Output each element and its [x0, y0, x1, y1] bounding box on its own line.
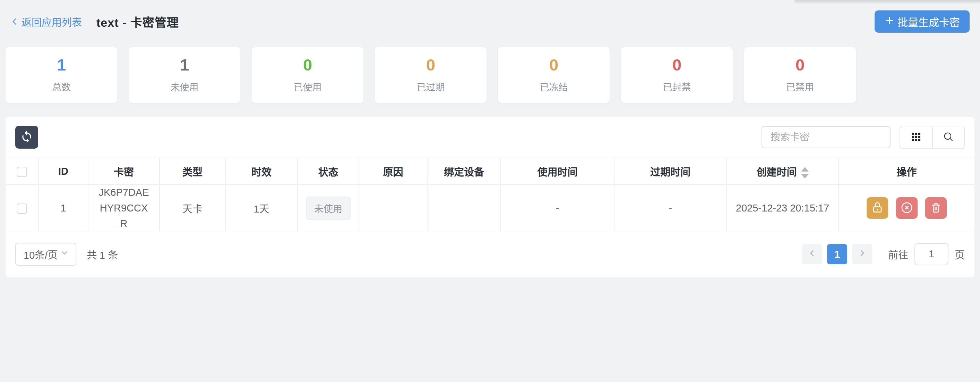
cell-id: 1: [38, 184, 88, 232]
header-actions: 操作: [838, 158, 974, 184]
stat-label: 已禁用: [786, 80, 814, 93]
page-title: text - 卡密管理: [96, 13, 179, 30]
batch-generate-label: 批量生成卡密: [897, 14, 960, 29]
stat-label: 总数: [52, 80, 71, 93]
horizontal-scrollbar[interactable]: [794, 0, 980, 3]
page-number-button[interactable]: 1: [827, 244, 847, 264]
trash-icon: [930, 201, 942, 215]
stat-card-unused: 1 未使用: [129, 47, 240, 103]
stat-value: 1: [57, 57, 66, 73]
back-to-app-list-link[interactable]: 返回应用列表: [10, 14, 82, 29]
table-toolbar: [6, 117, 974, 158]
next-page-button[interactable]: [852, 244, 872, 264]
circle-x-icon: [900, 201, 914, 216]
header-select-all: [6, 158, 38, 184]
total-count-label: 共 1 条: [87, 247, 118, 262]
search-input[interactable]: [762, 126, 891, 148]
stat-value: 0: [549, 57, 558, 73]
page-size-select[interactable]: 10条/页: [15, 243, 76, 266]
back-link-label: 返回应用列表: [22, 14, 82, 29]
header-duration: 时效: [225, 158, 298, 184]
view-toggle-group: [900, 126, 965, 149]
stat-value: 0: [303, 57, 312, 73]
pager: 1 前往 页: [802, 243, 965, 265]
refresh-button[interactable]: [15, 126, 38, 149]
header-card-key: 卡密: [88, 158, 159, 184]
stat-value: 0: [795, 57, 805, 73]
chevron-left-icon: [808, 248, 817, 260]
stat-label: 已过期: [417, 80, 445, 93]
cell-expire-time: -: [614, 184, 727, 232]
invalidate-button[interactable]: [896, 197, 918, 219]
row-checkbox[interactable]: [17, 203, 27, 214]
stat-label: 已使用: [294, 80, 322, 93]
stat-card-frozen: 0 已冻结: [498, 47, 609, 103]
cell-reason: [359, 184, 427, 232]
goto-page: 前往 页: [888, 243, 965, 265]
batch-generate-button[interactable]: 批量生成卡密: [875, 10, 970, 33]
goto-unit-label: 页: [955, 247, 965, 262]
stat-label: 未使用: [170, 80, 199, 93]
stat-value: 0: [672, 57, 681, 73]
sort-carets-icon[interactable]: [801, 167, 809, 179]
lock-icon: [871, 201, 884, 215]
header-reason: 原因: [359, 158, 427, 184]
search-icon: [943, 131, 955, 144]
toolbar-right: [762, 126, 965, 149]
chevron-down-icon: [60, 248, 69, 260]
chevron-right-icon: [858, 248, 867, 260]
cell-card-key: JK6P7DAEHYR9CCXR: [88, 184, 159, 232]
cell-duration: 1天: [225, 184, 298, 232]
delete-button[interactable]: [925, 197, 947, 219]
cell-device: [427, 184, 501, 232]
status-badge: 未使用: [306, 197, 351, 220]
table-row: 1 JK6P7DAEHYR9CCXR 天卡 1天 未使用 - - 2025-12…: [6, 184, 974, 232]
card-key-panel: ID 卡密 类型 时效 状态 原因 绑定设备 使用时间 过期时间 创建时间 操作…: [6, 117, 974, 278]
header-id: ID: [38, 158, 88, 184]
stat-card-expired: 0 已过期: [375, 47, 487, 103]
stat-value: 0: [426, 57, 435, 73]
topbar: 返回应用列表 text - 卡密管理 批量生成卡密: [0, 0, 980, 34]
page-size-value: 10条/页: [24, 247, 57, 262]
header-status: 状态: [298, 158, 359, 184]
stat-card-disabled: 0 已禁用: [744, 47, 856, 103]
cell-type: 天卡: [159, 184, 225, 232]
grid-view-button[interactable]: [900, 126, 932, 148]
stat-label: 已冻结: [540, 80, 568, 93]
header-expire-time: 过期时间: [614, 158, 727, 184]
select-all-checkbox[interactable]: [17, 167, 27, 177]
cell-used-time: -: [501, 184, 614, 232]
header-create-time-label: 创建时间: [756, 167, 797, 178]
header-create-time[interactable]: 创建时间: [727, 158, 838, 184]
grid-icon: [911, 131, 922, 144]
pagination-bar: 10条/页 共 1 条 1 前往 页: [6, 232, 974, 278]
chevron-left-icon: [10, 16, 19, 27]
header-device: 绑定设备: [427, 158, 501, 184]
freeze-button[interactable]: [867, 197, 888, 219]
prev-page-button[interactable]: [802, 244, 822, 264]
cell-actions: [838, 184, 974, 232]
stats-row: 1 总数 1 未使用 0 已使用 0 已过期 0 已冻结 0 已封禁 0 已禁用: [0, 34, 980, 103]
refresh-icon: [20, 130, 33, 144]
stat-value: 1: [180, 57, 189, 73]
plus-icon: [884, 15, 895, 28]
cell-create-time: 2025-12-23 20:15:17: [727, 184, 838, 232]
stat-label: 已封禁: [663, 80, 691, 93]
header-used-time: 使用时间: [501, 158, 614, 184]
cell-status: 未使用: [298, 184, 359, 232]
header-type: 类型: [159, 158, 225, 184]
cell-select: [6, 184, 38, 232]
stat-card-used: 0 已使用: [252, 47, 363, 103]
goto-page-input[interactable]: [915, 243, 948, 265]
goto-label: 前往: [888, 247, 908, 262]
stat-card-total: 1 总数: [6, 47, 117, 103]
stat-card-banned: 0 已封禁: [621, 47, 733, 103]
card-key-table: ID 卡密 类型 时效 状态 原因 绑定设备 使用时间 过期时间 创建时间 操作…: [6, 158, 974, 232]
table-header-row: ID 卡密 类型 时效 状态 原因 绑定设备 使用时间 过期时间 创建时间 操作: [6, 158, 974, 184]
search-toggle-button[interactable]: [932, 126, 964, 148]
